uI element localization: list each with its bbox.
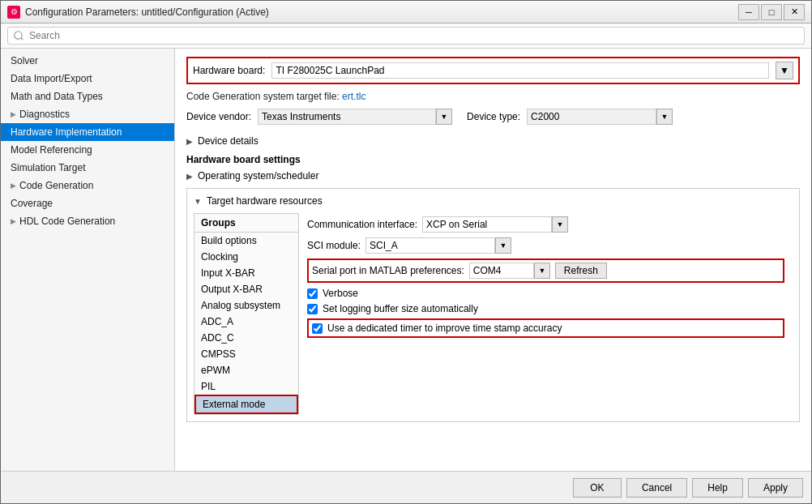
device-vendor-select: ▼ [258,109,452,125]
comm-interface-dropdown[interactable]: ▼ [552,216,568,233]
serial-port-row: Serial port in MATLAB preferences: ▼ Ref… [307,258,784,283]
code-gen-row: Code Generation system target file: ert.… [186,91,800,102]
serial-port-input[interactable] [469,263,534,279]
groups-panel: Groups Build options Clocking Input X-BA… [194,213,793,415]
sci-module-row: SCI module: ▼ [307,237,784,254]
sidebar-item-hardware[interactable]: Hardware Implementation [1,123,174,141]
target-hw-title[interactable]: ▼ Target hardware resources [194,195,793,207]
group-item-epwm[interactable]: ePWM [194,362,298,378]
window-controls: ─ □ ✕ [738,4,805,20]
sidebar-item-label: Solver [11,55,38,66]
sidebar-item-label: HDL Code Generation [19,216,115,227]
sidebar-item-label: Hardware Implementation [11,126,122,138]
app-icon: ⚙ [7,6,20,19]
sci-module-input[interactable] [365,237,495,254]
group-item-output-xbar[interactable]: Output X-BAR [194,281,298,297]
group-item-adc-c[interactable]: ADC_C [194,330,298,346]
group-item-input-xbar[interactable]: Input X-BAR [194,265,298,281]
device-details-label: Device details [198,135,259,147]
group-item-adc-a[interactable]: ADC_A [194,314,298,330]
hw-board-settings-title: Hardware board settings [186,154,800,165]
target-hw-label: Target hardware resources [207,195,323,207]
sidebar-item-solver[interactable]: Solver [1,52,174,70]
device-row: Device vendor: ▼ Device type: ▼ [186,109,800,125]
serial-port-label: Serial port in MATLAB preferences: [312,265,464,276]
refresh-button[interactable]: Refresh [555,263,607,279]
apply-button[interactable]: Apply [748,478,803,498]
sidebar-item-coverage[interactable]: Coverage [1,194,174,212]
hardware-board-input[interactable] [271,62,769,79]
groups-content: Communication interface: ▼ SCI module: [299,213,793,415]
group-item-external[interactable]: External mode [194,395,298,414]
code-gen-label: Code Generation system target file: [186,91,340,102]
comm-interface-select: ▼ [422,216,568,233]
group-item-cmpss[interactable]: CMPSS [194,346,298,362]
group-item-pil[interactable]: PIL [194,378,298,395]
device-vendor-label: Device vendor: [186,111,251,122]
device-type-dropdown[interactable]: ▼ [656,109,673,125]
logging-checkbox[interactable] [307,304,318,314]
sidebar-item-math[interactable]: Math and Data Types [1,88,174,105]
group-item-analog[interactable]: Analog subsystem [194,297,298,314]
groups-list: Groups Build options Clocking Input X-BA… [194,213,299,415]
sci-module-select: ▼ [365,237,511,254]
target-hw-arrow: ▼ [194,197,202,206]
device-vendor-dropdown[interactable]: ▼ [436,109,452,125]
groups-title: Groups [194,214,298,233]
verbose-row: Verbose [307,288,784,299]
target-hw-resources: ▼ Target hardware resources Groups Build… [186,188,800,422]
comm-interface-input[interactable] [422,216,552,233]
sidebar-item-label: Math and Data Types [11,91,103,102]
search-input[interactable] [7,27,805,45]
cancel-button[interactable]: Cancel [626,478,687,498]
sidebar-item-model-ref[interactable]: Model Referencing [1,141,174,159]
sidebar-item-code-gen[interactable]: Code Generation [1,177,174,194]
title-bar: ⚙ Configuration Parameters: untitled/Con… [1,1,811,23]
comm-interface-row: Communication interface: ▼ [307,216,784,233]
verbose-label: Verbose [323,288,358,299]
sidebar-item-label: Code Generation [19,180,93,191]
maximize-button[interactable]: □ [761,4,782,20]
sidebar-item-data-import[interactable]: Data Import/Export [1,70,174,88]
content-area: Hardware board: ▼ Code Generation system… [175,49,811,471]
logging-row: Set logging buffer size automatically [307,303,784,314]
op-sys-row[interactable]: ▶ Operating system/scheduler [186,170,800,182]
main-window: ⚙ Configuration Parameters: untitled/Con… [0,0,812,504]
device-details-section[interactable]: ▶ Device details [186,133,800,149]
ok-button[interactable]: OK [573,478,622,498]
minimize-button[interactable]: ─ [738,4,759,20]
sidebar-item-label: Simulation Target [11,162,86,173]
device-type-label: Device type: [467,111,520,122]
sci-module-label: SCI module: [307,240,361,251]
serial-port-dropdown[interactable]: ▼ [534,263,550,279]
help-button[interactable]: Help [692,478,743,498]
sidebar-item-sim-target[interactable]: Simulation Target [1,159,174,177]
sidebar-item-label: Diagnostics [19,109,70,120]
close-button[interactable]: ✕ [784,4,805,20]
serial-port-select: ▼ [469,263,550,279]
sidebar: Solver Data Import/Export Math and Data … [1,49,175,471]
timer-row: Use a dedicated timer to improve time st… [307,318,784,338]
bottom-bar: OK Cancel Help Apply [1,471,811,503]
op-sys-label: Operating system/scheduler [198,170,318,182]
window-title: Configuration Parameters: untitled/Confi… [25,6,269,18]
hardware-board-label: Hardware board: [193,65,265,76]
timer-checkbox[interactable] [312,323,323,334]
code-gen-link[interactable]: ert.tlc [342,91,365,102]
logging-label: Set logging buffer size automatically [323,303,478,314]
comm-interface-label: Communication interface: [307,219,417,230]
sidebar-item-hdl[interactable]: HDL Code Generation [1,212,174,230]
device-details-arrow: ▶ [186,137,193,146]
device-type-input[interactable] [527,109,656,125]
device-vendor-input[interactable] [258,109,436,125]
hw-board-settings: Hardware board settings ▶ Operating syst… [186,154,800,422]
group-item-clocking[interactable]: Clocking [194,249,298,265]
hardware-board-row: Hardware board: ▼ [186,57,800,84]
device-type-select: ▼ [527,109,673,125]
verbose-checkbox[interactable] [307,288,318,299]
sci-module-dropdown[interactable]: ▼ [495,237,511,254]
hardware-board-dropdown[interactable]: ▼ [776,62,793,79]
op-sys-arrow: ▶ [186,172,193,181]
sidebar-item-diagnostics[interactable]: Diagnostics [1,105,174,123]
group-item-build[interactable]: Build options [194,233,298,249]
